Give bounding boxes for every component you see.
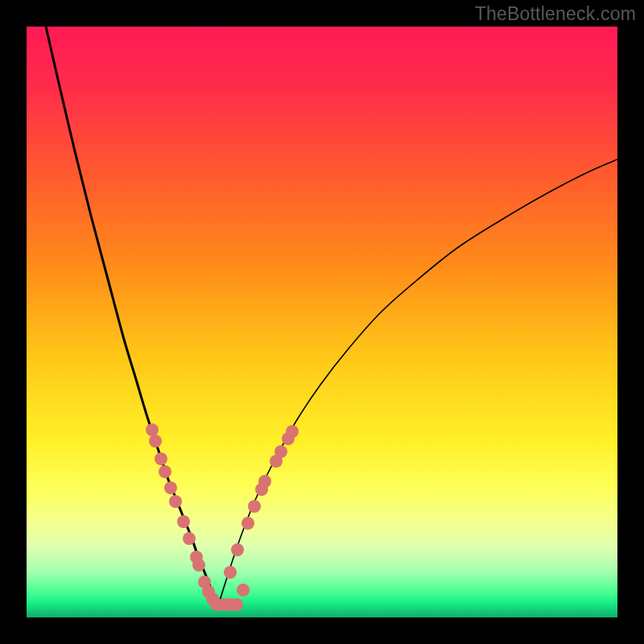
watermark-text: TheBottleneck.com — [475, 3, 636, 25]
right-curve — [218, 159, 617, 606]
data-point — [159, 465, 171, 478]
data-point — [155, 452, 167, 465]
data-point — [286, 425, 299, 438]
data-point — [192, 559, 205, 572]
data-point — [146, 423, 159, 436]
data-point — [237, 584, 250, 597]
data-point — [149, 435, 162, 448]
left-curve — [46, 27, 218, 606]
data-point — [230, 598, 243, 611]
data-point — [231, 543, 244, 556]
data-point — [164, 481, 177, 494]
data-point — [242, 517, 254, 530]
data-point — [183, 532, 196, 545]
data-point — [248, 500, 261, 513]
data-point — [275, 445, 287, 458]
data-point — [224, 566, 237, 579]
data-point — [177, 515, 190, 528]
plot-frame — [27, 27, 617, 617]
data-point — [258, 475, 271, 488]
data-point — [169, 495, 182, 508]
data-points-group — [146, 423, 299, 611]
curve-layer — [27, 27, 617, 617]
